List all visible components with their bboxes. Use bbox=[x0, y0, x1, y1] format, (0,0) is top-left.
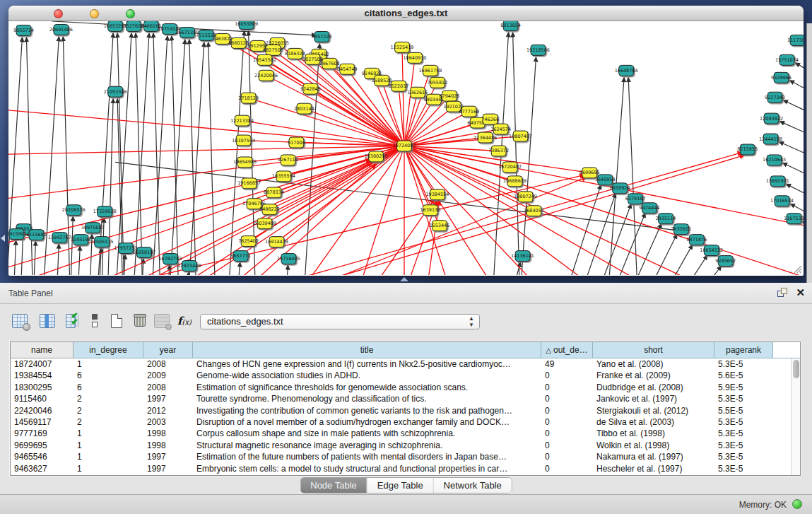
graph-edge[interactable] bbox=[208, 42, 216, 275]
graph-node[interactable]: 19384554 bbox=[425, 189, 449, 200]
panel-splitter-handle[interactable] bbox=[400, 277, 408, 281]
graph-edge[interactable] bbox=[795, 63, 804, 90]
graph-edge[interactable] bbox=[185, 272, 189, 275]
graph-node[interactable]: 9227343 bbox=[765, 92, 785, 103]
graph-edge[interactable] bbox=[404, 136, 521, 146]
graph-node[interactable]: 10654122 bbox=[700, 245, 723, 256]
graph-edge[interactable] bbox=[235, 262, 240, 275]
graph-edge[interactable] bbox=[628, 78, 639, 275]
graph-node[interactable]: 8813054 bbox=[500, 21, 521, 30]
graph-edge[interactable] bbox=[404, 146, 804, 233]
graph-node[interactable]: 12213384 bbox=[230, 115, 254, 126]
graph-node[interactable]: 8878334 bbox=[264, 187, 284, 198]
graph-node[interactable]: 15692971 bbox=[766, 176, 789, 187]
graph-edge[interactable] bbox=[32, 241, 35, 275]
graph-node[interactable]: 1553445 bbox=[429, 221, 449, 231]
table-row[interactable]: 946362711997Embryonic stem cells: a mode… bbox=[11, 463, 791, 474]
table-scrollbar-thumb[interactable] bbox=[793, 360, 799, 378]
graph-node[interactable]: 16720407 bbox=[498, 162, 522, 173]
graph-node[interactable]: 9827506 bbox=[263, 45, 283, 55]
graph-node[interactable]: 20206576 bbox=[62, 205, 86, 216]
graph-edge[interactable] bbox=[404, 58, 415, 146]
graph-node[interactable]: 7632621 bbox=[671, 224, 692, 235]
graph-node[interactable]: 21364486 bbox=[473, 132, 497, 143]
graph-edge[interactable] bbox=[784, 100, 804, 128]
graph-node[interactable]: 9267110 bbox=[278, 155, 298, 165]
graph-node[interactable]: 2718129 bbox=[238, 93, 259, 103]
graph-node[interactable]: 8498222 bbox=[259, 204, 280, 215]
graph-node[interactable]: 8958924 bbox=[610, 183, 630, 194]
show-columns-icon[interactable] bbox=[37, 311, 57, 331]
graph-node[interactable]: 1145194 bbox=[71, 235, 91, 245]
column-header-year[interactable]: year bbox=[143, 342, 193, 358]
graph-node[interactable]: 13942757 bbox=[48, 233, 71, 243]
table-row[interactable]: 1872400712008Changes of HCN gene express… bbox=[11, 358, 791, 370]
graph-node[interactable]: 12325419 bbox=[391, 42, 414, 52]
graph-node[interactable]: 21053346 bbox=[104, 86, 127, 97]
graph-node[interactable]: 1640954 bbox=[595, 175, 616, 185]
graph-node[interactable]: 2803144 bbox=[294, 103, 314, 114]
table-options-icon[interactable] bbox=[10, 311, 30, 331]
network-view-window[interactable]: citations_edges.txt 18724007183002 bbox=[8, 6, 804, 276]
table-selector-dropdown[interactable]: citations_edges.txt ▲▼ bbox=[200, 314, 480, 329]
graph-node[interactable]: 1167533 bbox=[784, 214, 804, 224]
table-row[interactable]: 946554611997Estimation of the future num… bbox=[11, 451, 791, 462]
table-row[interactable]: 911546021997Tourette syndrome. Phenomeno… bbox=[11, 393, 791, 404]
graph-node[interactable]: 9055714 bbox=[13, 25, 34, 35]
graph-node[interactable]: 15716485 bbox=[277, 254, 300, 264]
delete-column-icon[interactable] bbox=[130, 311, 150, 331]
graph-edge[interactable] bbox=[404, 107, 454, 146]
table-row[interactable]: 1456911722003Disruption of a novel membe… bbox=[11, 416, 791, 428]
graph-node[interactable]: 7515526 bbox=[196, 30, 216, 40]
graph-edge[interactable] bbox=[167, 40, 185, 275]
network-graph[interactable]: 1872400718300295193845549699695746382286… bbox=[8, 21, 804, 275]
function-builder-icon[interactable]: f(x) bbox=[175, 311, 194, 331]
graph-node[interactable]: 7625402 bbox=[238, 236, 259, 247]
tab-network-table[interactable]: Network Table bbox=[434, 478, 512, 493]
graph-node[interactable]: 12923448 bbox=[177, 261, 201, 271]
graph-node[interactable]: 17359928 bbox=[93, 206, 117, 217]
column-header-pagerank[interactable]: pagerank bbox=[714, 342, 773, 358]
graph-edge[interactable] bbox=[676, 266, 722, 275]
graph-edge[interactable] bbox=[513, 33, 521, 275]
graph-node[interactable]: 8660128 bbox=[228, 37, 249, 48]
table-row[interactable]: 1830029562008Estimation of significance … bbox=[11, 382, 791, 393]
graph-node[interactable]: 10807487 bbox=[509, 131, 532, 141]
graph-edge[interactable] bbox=[13, 240, 16, 275]
graph-edge[interactable] bbox=[779, 142, 804, 170]
column-header-short[interactable]: short bbox=[593, 342, 714, 358]
tab-node-table[interactable]: Node Table bbox=[300, 478, 367, 493]
graph-node[interactable]: 7386372 bbox=[488, 146, 509, 156]
graph-node[interactable]: 6379197 bbox=[625, 194, 646, 204]
float-panel-icon[interactable] bbox=[777, 288, 788, 298]
graph-node[interactable]: 746266 bbox=[481, 114, 499, 124]
graph-node[interactable]: 16961758 bbox=[418, 65, 442, 76]
column-header-name[interactable]: name bbox=[11, 342, 73, 358]
graph-edge[interactable] bbox=[187, 42, 204, 275]
column-header-in_degree[interactable]: in_degree bbox=[73, 342, 143, 358]
graph-node[interactable]: 3684057 bbox=[524, 206, 544, 216]
graph-node[interactable]: 1639130 bbox=[420, 205, 440, 216]
graph-node[interactable]: 19218506 bbox=[526, 45, 550, 55]
close-panel-icon[interactable]: ✕ bbox=[796, 286, 805, 299]
graph-node[interactable]: 8454749 bbox=[337, 64, 358, 74]
graph-edge[interactable] bbox=[310, 89, 404, 146]
row-height-icon[interactable] bbox=[85, 311, 105, 331]
graph-node[interactable]: 20691406 bbox=[49, 24, 73, 35]
graph-node[interactable]: 9245652 bbox=[715, 256, 736, 267]
graph-node[interactable]: 16210643 bbox=[763, 155, 786, 165]
graph-node[interactable]: 15751074 bbox=[775, 54, 799, 65]
graph-edge[interactable] bbox=[55, 244, 59, 275]
column-header-out_de[interactable]: △out_de… bbox=[541, 342, 593, 358]
graph-edge[interactable] bbox=[131, 33, 149, 275]
table-row[interactable]: 977716911998Corpus callosum shape and si… bbox=[11, 428, 791, 439]
graph-node[interactable]: 9777169 bbox=[459, 106, 479, 117]
network-canvas[interactable]: 1872400718300295193845549699695746382286… bbox=[8, 21, 804, 275]
graph-edge[interactable] bbox=[312, 59, 404, 146]
graph-edge[interactable] bbox=[284, 265, 288, 275]
graph-node[interactable]: 12444158 bbox=[759, 134, 782, 144]
graph-node[interactable]: 2935114 bbox=[656, 214, 676, 224]
graph-node[interactable]: 8215953 bbox=[737, 144, 758, 155]
graph-node[interactable]: 16053809 bbox=[235, 21, 258, 29]
graph-node[interactable]: 26039489 bbox=[253, 218, 276, 229]
